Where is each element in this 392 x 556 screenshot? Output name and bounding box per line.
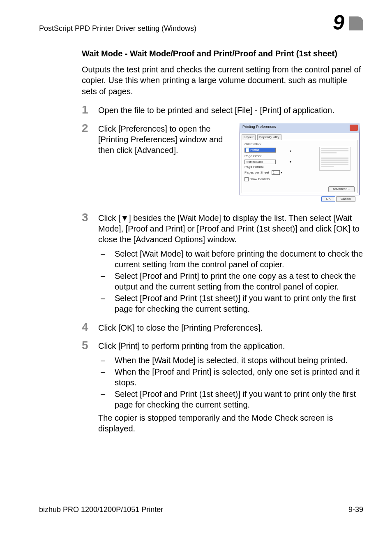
sub-text: Select [Proof and Print] to print the on… [115, 271, 363, 292]
step-text: Click [OK] to close the [Printing Prefer… [98, 322, 363, 333]
orientation-label: Orientation: [244, 142, 355, 147]
sub-text: Select [Wait Mode] to wait before printi… [115, 248, 363, 270]
page-order-select[interactable]: Front to Back [244, 160, 276, 164]
sub-text: Select [Proof and Print (1st sheet)] if … [115, 389, 363, 410]
step-text: Open the file to be printed and select [… [98, 105, 363, 116]
orientation-value: Portrait [250, 148, 259, 152]
section-title: Wait Mode - Wait Mode/Proof and Print/Pr… [82, 49, 363, 58]
footer-left: bizhub PRO 1200/1200P/1051 Printer [39, 505, 163, 514]
chapter-number: 9 [333, 12, 344, 33]
close-icon[interactable] [350, 125, 358, 131]
step-1: 1 Open the file to be printed and select… [82, 105, 363, 116]
step-number: 1 [82, 104, 98, 116]
list-item: –Select [Proof and Print (1st sheet)] if… [98, 293, 363, 314]
chapter-decor [349, 16, 363, 30]
page-footer: bizhub PRO 1200/1200P/1051 Printer 9-39 [39, 502, 363, 514]
dialog-title: Printing Preferences [242, 125, 276, 130]
sub-text: When the [Proof and Print] is selected, … [115, 366, 363, 388]
sub-text: When the [Wait Mode] is selected, it sto… [115, 355, 348, 366]
portrait-icon [246, 148, 249, 152]
step-2: 2 Click [Preferences] to open the [Print… [82, 123, 363, 195]
ok-button[interactable]: OK [321, 196, 335, 202]
list-item: –Select [Proof and Print (1st sheet)] if… [98, 389, 363, 410]
draw-borders-label: Draw Borders [249, 178, 270, 181]
advanced-button[interactable]: Advanced... [328, 186, 355, 192]
printing-preferences-dialog: Printing Preferences Layout Paper/Qualit… [240, 123, 360, 195]
step-trailing-text: The copier is stopped temporarily and th… [98, 412, 363, 434]
pages-per-sheet-select[interactable]: 1 [272, 170, 280, 175]
step-number: 5 [82, 340, 98, 351]
page-header: PostScript PPD Printer Driver setting (W… [39, 12, 363, 34]
header-title: PostScript PPD Printer Driver setting (W… [39, 24, 196, 33]
pages-per-sheet-label: Pages per Sheet [244, 171, 269, 174]
layout-preview [319, 147, 350, 171]
footer-right: 9-39 [348, 505, 363, 514]
step-number: 4 [82, 322, 98, 333]
step-5: 5 Click [Print] to perform printing from… [82, 341, 363, 434]
chapter-marker: 9 [333, 12, 363, 33]
chevron-down-icon[interactable]: ▾ [281, 171, 282, 174]
step-3: 3 Click [▼] besides the [Wait Mode] to d… [82, 213, 363, 315]
tab-strip: Layout Paper/Quality [240, 133, 359, 140]
cancel-button[interactable]: Cancel [336, 196, 355, 202]
step-number: 2 [82, 123, 98, 134]
orientation-select[interactable]: Portrait [244, 148, 276, 153]
section-intro: Outputs the test print and checks the cu… [82, 64, 363, 97]
chevron-down-icon[interactable]: ▾ [290, 160, 291, 164]
draw-borders-checkbox[interactable]: Draw Borders [244, 177, 355, 182]
step-4: 4 Click [OK] to close the [Printing Pref… [82, 322, 363, 333]
sub-text: Select [Proof and Print (1st sheet)] if … [115, 293, 363, 314]
list-item: –Select [Proof and Print] to print the o… [98, 271, 363, 292]
chevron-down-icon[interactable]: ▾ [290, 149, 291, 153]
step-text: Click [Preferences] to open the [Printin… [98, 123, 234, 156]
list-item: –When the [Proof and Print] is selected,… [98, 366, 363, 388]
list-item: –When the [Wait Mode] is selected, it st… [98, 355, 363, 366]
step-text: Click [▼] besides the [Wait Mode] to dis… [98, 213, 363, 245]
tab-paper-quality[interactable]: Paper/Quality [257, 134, 281, 140]
list-item: –Select [Wait Mode] to wait before print… [98, 248, 363, 270]
tab-layout[interactable]: Layout [242, 134, 256, 140]
step-text: Click [Print] to perform printing from t… [98, 341, 363, 351]
step-number: 3 [82, 212, 98, 223]
